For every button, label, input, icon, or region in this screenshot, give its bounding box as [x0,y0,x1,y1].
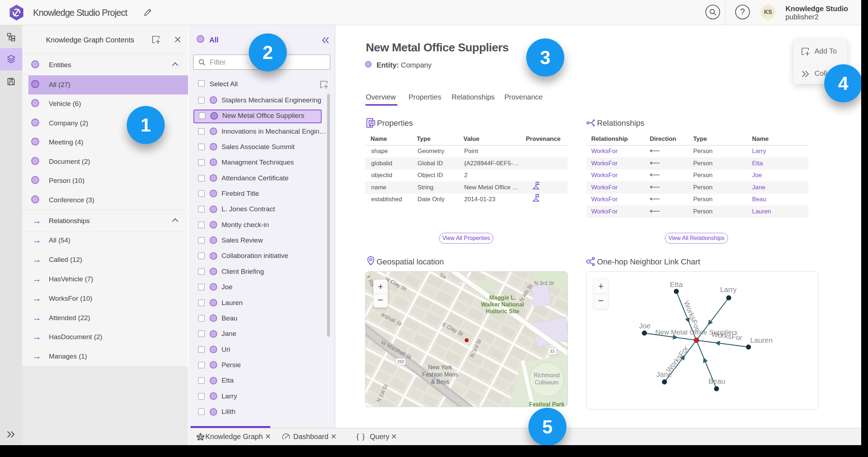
svg-text:Historic Site: Historic Site [486,308,519,314]
svg-text:250: 250 [397,359,404,364]
svg-text:Fashion Mens: Fashion Mens [422,371,458,378]
svg-text:& Boys: & Boys [431,379,449,385]
svg-text:Larry: Larry [720,286,737,294]
svg-text:Etta: Etta [670,281,683,288]
svg-text:Lauren: Lauren [750,336,773,344]
svg-text:Coliseum: Coliseum [535,379,559,386]
svg-text:Richmond: Richmond [534,372,560,378]
svg-text:N 3rd St: N 3rd St [534,280,554,286]
svg-text:Walker National: Walker National [481,301,524,308]
svg-text:Beau: Beau [709,377,725,385]
svg-text:Maggie L.: Maggie L. [489,295,516,301]
svg-text:WorksFor: WorksFor [711,330,743,342]
svg-text:WorksFor: WorksFor [682,300,701,332]
svg-text:Joe: Joe [639,322,650,330]
svg-text:Festival Park: Festival Park [529,401,565,407]
svg-text:33: 33 [550,349,555,354]
svg-text:New York: New York [428,364,453,370]
svg-text:WorksFor: WorksFor [664,345,690,374]
